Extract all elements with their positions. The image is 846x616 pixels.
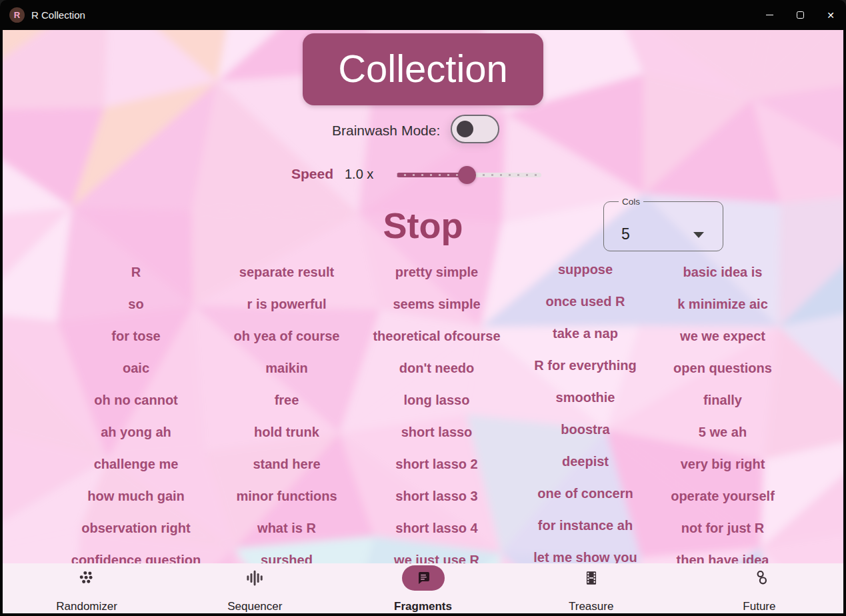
fragment-item[interactable]: stand here [205, 448, 368, 480]
brainwash-toggle[interactable] [451, 115, 499, 143]
scatter-dots-icon [65, 565, 108, 591]
stop-button[interactable]: Stop [303, 202, 543, 249]
tab-fragments[interactable]: Fragments [339, 563, 507, 613]
tab-sequencer[interactable]: Sequencer [171, 563, 339, 613]
tab-label: Treasure [569, 600, 613, 613]
cols-dropdown-value: 5 [621, 225, 630, 243]
fragment-item[interactable]: hold trunk [205, 416, 368, 448]
speed-slider[interactable] [397, 163, 541, 186]
app-icon: R [9, 7, 25, 23]
fragment-item[interactable]: oh yea of course [205, 320, 368, 352]
minimize-icon [766, 15, 773, 15]
tab-label: Future [743, 600, 775, 613]
fragment-item[interactable]: don't needo [355, 352, 518, 384]
fragment-item[interactable]: theoretical ofcourse [355, 320, 518, 352]
slider-thumb[interactable] [458, 166, 476, 184]
fragment-item[interactable]: oaic [55, 352, 217, 384]
fragment-item[interactable]: 5 we ah [641, 416, 804, 448]
tab-treasure[interactable]: Treasure [507, 563, 675, 613]
fragment-item[interactable]: open questions [641, 352, 804, 384]
fragment-item[interactable]: pretty simple [355, 256, 518, 288]
fragment-item[interactable]: we we expect [641, 320, 804, 352]
cols-dropdown-label: Cols [619, 197, 643, 207]
fragment-item[interactable]: R [55, 256, 217, 288]
tab-future[interactable]: Future [675, 563, 843, 613]
fragment-item[interactable]: very big right [641, 448, 804, 480]
titlebar: R R Collection ✕ [0, 0, 846, 30]
tab-label: Sequencer [227, 600, 282, 613]
close-button[interactable]: ✕ [815, 0, 846, 30]
app-window: R R Collection ✕ Collection Brainwash Mo… [0, 0, 846, 616]
fragment-item[interactable]: not for just R [641, 512, 804, 544]
maximize-icon [797, 11, 804, 19]
brainwash-mode-label: Brainwash Mode: [332, 123, 440, 139]
window-controls: ✕ [754, 0, 846, 30]
fragment-item[interactable]: short lasso [355, 416, 518, 448]
fragment-item[interactable]: finally [641, 384, 804, 416]
fragment-item[interactable]: separate result [205, 256, 368, 288]
fragment-column: basic idea isk minimize aicwe we expecto… [641, 256, 804, 576]
equalizer-bars-icon [233, 565, 276, 591]
maximize-button[interactable] [785, 0, 815, 30]
fragment-item[interactable]: challenge me [55, 448, 217, 480]
speed-value: 1.0 x [345, 167, 373, 182]
main-content: Collection Brainwash Mode: Speed 1.0 x S… [3, 30, 843, 613]
fragment-item[interactable]: seems simple [355, 288, 518, 320]
fragment-item[interactable]: r is powerful [205, 288, 368, 320]
slider-track [467, 173, 541, 177]
fragment-item[interactable]: k minimize aic [641, 288, 804, 320]
toggle-knob-icon [457, 121, 473, 137]
fragment-column: separate resultr is powerfuloh yea of co… [205, 256, 368, 576]
fragment-item[interactable]: so [55, 288, 217, 320]
fragment-column: pretty simpleseems simpletheoretical ofc… [355, 256, 518, 576]
bubble-chart-icon [738, 565, 781, 591]
fragment-column: Rsofor toseoaicoh no cannotah yong ahcha… [55, 256, 217, 576]
fragment-item[interactable]: operate yourself [641, 480, 804, 512]
chat-bubble-icon [402, 565, 445, 591]
close-icon: ✕ [827, 11, 835, 20]
speed-label: Speed [291, 166, 333, 182]
slider-fill [397, 173, 467, 177]
cols-dropdown[interactable]: Cols 5 [603, 197, 723, 251]
tab-label: Fragments [394, 600, 452, 613]
collection-banner: Collection [303, 33, 543, 105]
window-title: R Collection [31, 9, 85, 21]
tab-label: Randomizer [56, 600, 117, 613]
collection-title: Collection [338, 47, 508, 90]
fragment-item[interactable]: long lasso [355, 384, 518, 416]
fragment-item[interactable]: oh no cannot [55, 384, 217, 416]
fragment-item[interactable]: maikin [205, 352, 368, 384]
fragment-item[interactable]: observation right [55, 512, 217, 544]
fragment-item[interactable]: minor functions [205, 480, 368, 512]
app-icon-letter: R [14, 10, 20, 20]
fragment-item[interactable]: free [205, 384, 368, 416]
fragment-item[interactable]: for tose [55, 320, 217, 352]
fragment-item[interactable]: how much gain [55, 480, 217, 512]
film-strip-icon [570, 565, 613, 591]
fragment-item[interactable]: short lasso 2 [355, 448, 518, 480]
fragment-item[interactable]: short lasso 3 [355, 480, 518, 512]
minimize-button[interactable] [754, 0, 785, 30]
dropdown-arrow-icon [693, 232, 704, 238]
fragment-item[interactable]: basic idea is [641, 256, 804, 288]
fragment-item[interactable]: ah yong ah [55, 416, 217, 448]
fragment-item[interactable]: what is R [205, 512, 368, 544]
fragment-item[interactable]: short lasso 4 [355, 512, 518, 544]
bottom-navigation: Randomizer Sequencer [3, 563, 843, 613]
tab-randomizer[interactable]: Randomizer [3, 563, 171, 613]
